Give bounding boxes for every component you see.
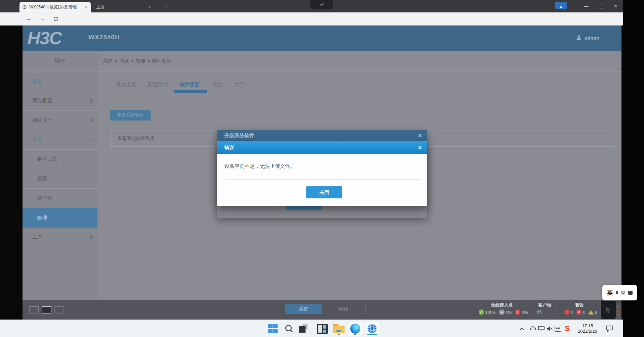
clock-time: 17:15 <box>574 323 601 329</box>
error-dialog-header[interactable]: 错误 × <box>217 141 427 154</box>
sidebar-item-label: 事件日志 <box>37 156 57 162</box>
remote-viewer-pin-icon[interactable] <box>555 2 567 9</box>
upgrade-software-button[interactable]: 升级系统软件 <box>110 110 151 121</box>
sidebar-item-event-log[interactable]: 事件日志 <box>23 150 97 169</box>
edge-browser-icon[interactable] <box>348 322 363 336</box>
window-minimize-button[interactable]: — <box>579 1 594 11</box>
sidebar-item-overview[interactable]: 概览 <box>23 71 97 91</box>
close-icon[interactable]: × <box>418 132 422 139</box>
breadcrumb-part[interactable]: 系统 <box>119 58 129 64</box>
ime-language-icon[interactable]: 中 <box>555 325 561 332</box>
tab-title: 主页 <box>96 4 147 10</box>
clients-status-group[interactable]: 客户端 65 <box>534 300 556 320</box>
tab-software-update[interactable]: 软件更新 <box>180 82 200 88</box>
task-view-icon[interactable] <box>299 324 309 334</box>
breadcrumb-part[interactable]: 系统 <box>103 58 112 64</box>
ap-status-group[interactable]: 无线接入点 ✓ 100% − 0% ! 0% <box>470 300 534 320</box>
breadcrumb-separator: > <box>148 59 150 63</box>
sidebar-item-administrators[interactable]: 管理员 <box>23 189 97 208</box>
footer-system-tab[interactable]: 系统 <box>285 304 322 314</box>
tab-config-file[interactable]: 配置文件 <box>148 82 168 88</box>
ime-settings-gear-icon[interactable] <box>620 290 626 295</box>
alarm-critical-count: 0 <box>571 310 573 315</box>
ime-comma-icon[interactable] <box>616 291 618 294</box>
sidebar-title: 操作 <box>23 51 97 71</box>
upgrade-dialog-header[interactable]: 升级系统软件 × <box>217 130 427 141</box>
error-close-button[interactable]: 关闭 <box>306 186 342 198</box>
sidebar-item-label: 网络安全 <box>32 117 52 124</box>
error-dialog: 错误 × 设备空间不足，无法上传文件。 关闭 <box>217 141 427 206</box>
tray-expand-icon[interactable] <box>520 327 523 333</box>
tab-about[interactable]: 关于 <box>235 82 245 88</box>
sidebar-item-resources[interactable]: 资源 <box>23 169 97 189</box>
ap-error-value: 0% <box>522 310 528 315</box>
active-app-indicator <box>367 334 377 335</box>
footer-network-tab[interactable]: 网络 <box>322 304 366 314</box>
sidebar-item-network-config[interactable]: 网络配置 <box>23 91 97 111</box>
ime-mode-label[interactable]: 英 <box>607 289 613 297</box>
breadcrumb: 系统 > 系统 > 管理 > 软件更新 <box>97 51 621 71</box>
maximize-icon <box>599 4 603 8</box>
tab-close-icon[interactable]: × <box>147 4 152 10</box>
active-tab-underline <box>174 90 207 93</box>
display-icon[interactable] <box>538 326 545 333</box>
chevron-right-icon <box>88 118 93 123</box>
window-maximize-button[interactable] <box>594 0 608 12</box>
dialog-separator <box>225 179 419 180</box>
clock-date: 2022/2/23 <box>574 329 601 334</box>
sidebar-item-system[interactable]: 系统 <box>23 130 97 150</box>
user-icon <box>575 34 582 41</box>
ime-toolbar[interactable]: 英 <box>602 285 637 300</box>
window-close-button[interactable]: × <box>608 1 623 11</box>
viewer-drag-dots-icon[interactable] <box>617 306 619 316</box>
breadcrumb-separator: > <box>131 59 133 63</box>
notification-center-icon[interactable] <box>606 325 614 334</box>
chevron-down-icon <box>320 2 324 6</box>
taskbar-clock[interactable]: 17:15 2022/2/23 <box>574 323 601 334</box>
tab-reboot[interactable]: 重启 <box>212 82 223 88</box>
ap-neutral-value: 0% <box>506 310 512 315</box>
sidebar-item-management[interactable]: 管理 <box>23 208 97 228</box>
breadcrumb-part[interactable]: 管理 <box>136 58 145 64</box>
layout-columns-icon[interactable] <box>29 306 39 314</box>
widgets-app-icon[interactable] <box>317 324 328 334</box>
alarms-status-group[interactable]: 警告 ! 0 × 0 ! 6 <box>556 300 603 320</box>
browser-tab-active[interactable]: WX2540H|概览|系统|管理 × <box>19 2 91 12</box>
ime-toolbox-icon[interactable] <box>628 291 633 295</box>
chevron-right-icon <box>88 235 93 239</box>
tab-title: WX2540H|概览|系统|管理 <box>29 4 83 10</box>
start-button[interactable] <box>268 324 278 333</box>
new-tab-button[interactable]: + <box>161 2 171 10</box>
status-ok-icon: ✓ <box>479 309 484 315</box>
panel-title: 查看系统软件列表 <box>117 136 155 142</box>
close-icon[interactable]: × <box>418 144 422 151</box>
search-icon[interactable] <box>284 324 294 335</box>
remote-cursor-indicator[interactable] <box>601 301 616 319</box>
tab-close-icon[interactable]: × <box>83 4 88 10</box>
file-explorer-icon[interactable] <box>333 324 345 333</box>
layout-sidebar-icon[interactable] <box>42 306 51 314</box>
sidebar-item-tools[interactable]: 工具 <box>23 228 97 247</box>
tab-system-settings[interactable]: 系统设置 <box>116 82 136 88</box>
sidebar-item-label: 概览 <box>32 78 42 85</box>
reload-button[interactable] <box>51 14 61 23</box>
alarm-warning-count: 6 <box>595 310 597 315</box>
forward-button[interactable]: → <box>38 14 47 23</box>
breadcrumb-separator: > <box>115 59 117 63</box>
pin-dot <box>560 6 562 8</box>
breadcrumb-part[interactable]: 软件更新 <box>152 58 171 64</box>
back-button[interactable]: ← <box>24 14 34 23</box>
sidebar-item-network-security[interactable]: 网络安全 <box>23 111 97 130</box>
remote-viewer-toolbar-handle[interactable] <box>310 0 333 9</box>
sidebar-item-label: 资源 <box>37 176 47 182</box>
dialog-title: 升级系统软件 <box>224 133 254 139</box>
h3c-logo: H3C <box>27 28 62 48</box>
onedrive-cloud-icon[interactable] <box>528 326 536 332</box>
browser-tab-home[interactable]: 主页 × <box>93 3 155 11</box>
sidebar-item-label: 管理员 <box>37 195 52 201</box>
layout-window-icon[interactable] <box>54 306 64 314</box>
remote-viewer-app-icon[interactable] <box>365 322 379 336</box>
user-menu[interactable]: admin <box>575 34 599 41</box>
sogou-icon[interactable]: S <box>565 324 570 333</box>
volume-muted-icon[interactable] <box>547 326 553 333</box>
